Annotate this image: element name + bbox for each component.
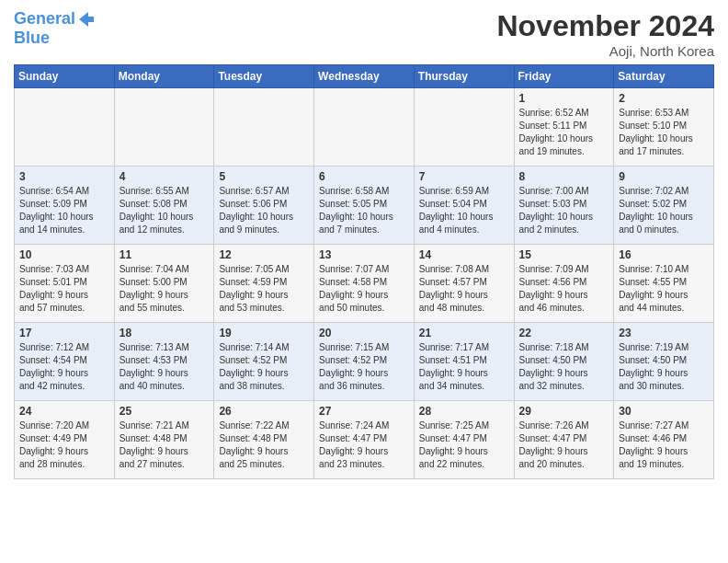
day-number: 26 — [219, 405, 309, 418]
calendar-cell: 29Sunrise: 7:26 AM Sunset: 4:47 PM Dayli… — [514, 401, 614, 479]
day-number: 18 — [119, 327, 210, 339]
day-number: 19 — [219, 327, 309, 339]
day-number: 15 — [519, 248, 609, 261]
weekday-header-saturday: Saturday — [614, 65, 714, 88]
day-info: Sunrise: 7:12 AM Sunset: 4:54 PM Dayligh… — [19, 341, 109, 393]
title-section: November 2024 Aoji, North Korea — [496, 9, 714, 59]
day-info: Sunrise: 7:08 AM Sunset: 4:57 PM Dayligh… — [419, 263, 509, 315]
calendar-week-row: 17Sunrise: 7:12 AM Sunset: 4:54 PM Dayli… — [15, 323, 714, 401]
day-info: Sunrise: 6:53 AM Sunset: 5:10 PM Dayligh… — [619, 107, 709, 158]
logo-text: General — [14, 10, 75, 29]
day-info: Sunrise: 7:21 AM Sunset: 4:48 PM Dayligh… — [119, 419, 210, 471]
calendar-cell — [414, 88, 514, 167]
weekday-header-thursday: Thursday — [414, 65, 514, 88]
location: Aoji, North Korea — [496, 43, 714, 59]
calendar-cell: 5Sunrise: 6:57 AM Sunset: 5:06 PM Daylig… — [214, 167, 314, 245]
calendar-cell: 26Sunrise: 7:22 AM Sunset: 4:48 PM Dayli… — [214, 401, 314, 479]
calendar-cell: 25Sunrise: 7:21 AM Sunset: 4:48 PM Dayli… — [114, 401, 214, 479]
calendar-cell: 20Sunrise: 7:15 AM Sunset: 4:52 PM Dayli… — [314, 323, 415, 401]
day-info: Sunrise: 7:04 AM Sunset: 5:00 PM Dayligh… — [119, 263, 210, 315]
day-number: 24 — [19, 405, 109, 418]
day-info: Sunrise: 7:27 AM Sunset: 4:46 PM Dayligh… — [619, 419, 709, 471]
day-info: Sunrise: 7:02 AM Sunset: 5:02 PM Dayligh… — [619, 185, 709, 236]
calendar-cell: 13Sunrise: 7:07 AM Sunset: 4:58 PM Dayli… — [314, 245, 415, 323]
day-number: 17 — [19, 327, 109, 339]
calendar-cell: 14Sunrise: 7:08 AM Sunset: 4:57 PM Dayli… — [414, 245, 514, 323]
day-info: Sunrise: 7:00 AM Sunset: 5:03 PM Dayligh… — [519, 185, 609, 236]
day-number: 30 — [619, 405, 709, 418]
day-number: 28 — [419, 405, 509, 418]
calendar-cell: 18Sunrise: 7:13 AM Sunset: 4:53 PM Dayli… — [114, 323, 214, 401]
day-info: Sunrise: 7:07 AM Sunset: 4:58 PM Dayligh… — [319, 263, 409, 315]
day-number: 11 — [119, 248, 210, 261]
day-number: 25 — [119, 405, 210, 418]
calendar-cell: 7Sunrise: 6:59 AM Sunset: 5:04 PM Daylig… — [414, 167, 514, 245]
logo-blue-text: Blue — [14, 29, 96, 48]
calendar-cell: 22Sunrise: 7:18 AM Sunset: 4:50 PM Dayli… — [514, 323, 614, 401]
calendar-week-row: 24Sunrise: 7:20 AM Sunset: 4:49 PM Dayli… — [15, 401, 714, 479]
day-info: Sunrise: 6:58 AM Sunset: 5:05 PM Dayligh… — [319, 185, 409, 236]
calendar-cell: 8Sunrise: 7:00 AM Sunset: 5:03 PM Daylig… — [514, 167, 614, 245]
calendar-table: SundayMondayTuesdayWednesdayThursdayFrid… — [14, 64, 714, 479]
logo: General Blue — [14, 9, 96, 48]
header: General Blue November 2024 Aoji, North K… — [14, 9, 714, 59]
day-number: 20 — [319, 327, 409, 339]
calendar-cell: 6Sunrise: 6:58 AM Sunset: 5:05 PM Daylig… — [314, 167, 415, 245]
calendar-cell — [314, 88, 415, 167]
calendar-cell: 11Sunrise: 7:04 AM Sunset: 5:00 PM Dayli… — [114, 245, 214, 323]
day-info: Sunrise: 7:17 AM Sunset: 4:51 PM Dayligh… — [419, 341, 509, 393]
weekday-header-wednesday: Wednesday — [314, 65, 415, 88]
day-number: 7 — [419, 170, 509, 183]
calendar-cell: 12Sunrise: 7:05 AM Sunset: 4:59 PM Dayli… — [214, 245, 314, 323]
calendar-cell: 2Sunrise: 6:53 AM Sunset: 5:10 PM Daylig… — [614, 88, 714, 167]
day-info: Sunrise: 7:22 AM Sunset: 4:48 PM Dayligh… — [219, 419, 309, 471]
day-info: Sunrise: 7:18 AM Sunset: 4:50 PM Dayligh… — [519, 341, 609, 393]
day-info: Sunrise: 7:24 AM Sunset: 4:47 PM Dayligh… — [319, 419, 409, 471]
day-number: 4 — [119, 170, 210, 183]
day-info: Sunrise: 7:10 AM Sunset: 4:55 PM Dayligh… — [619, 263, 709, 315]
day-info: Sunrise: 6:55 AM Sunset: 5:08 PM Dayligh… — [119, 185, 210, 236]
calendar-week-row: 3Sunrise: 6:54 AM Sunset: 5:09 PM Daylig… — [15, 167, 714, 245]
calendar-cell: 19Sunrise: 7:14 AM Sunset: 4:52 PM Dayli… — [214, 323, 314, 401]
day-info: Sunrise: 7:26 AM Sunset: 4:47 PM Dayligh… — [519, 419, 609, 471]
calendar-cell: 1Sunrise: 6:52 AM Sunset: 5:11 PM Daylig… — [514, 88, 614, 167]
day-info: Sunrise: 7:19 AM Sunset: 4:50 PM Dayligh… — [619, 341, 709, 393]
calendar-cell: 30Sunrise: 7:27 AM Sunset: 4:46 PM Dayli… — [614, 401, 714, 479]
day-info: Sunrise: 6:54 AM Sunset: 5:09 PM Dayligh… — [19, 185, 109, 236]
day-number: 14 — [419, 248, 509, 261]
calendar-cell: 15Sunrise: 7:09 AM Sunset: 4:56 PM Dayli… — [514, 245, 614, 323]
day-number: 3 — [19, 170, 109, 183]
calendar-cell — [214, 88, 314, 167]
calendar-cell: 27Sunrise: 7:24 AM Sunset: 4:47 PM Dayli… — [314, 401, 415, 479]
logo-icon — [75, 9, 96, 29]
calendar-body: 1Sunrise: 6:52 AM Sunset: 5:11 PM Daylig… — [15, 88, 714, 479]
weekday-header-row: SundayMondayTuesdayWednesdayThursdayFrid… — [15, 65, 714, 88]
calendar-cell: 23Sunrise: 7:19 AM Sunset: 4:50 PM Dayli… — [614, 323, 714, 401]
day-info: Sunrise: 7:25 AM Sunset: 4:47 PM Dayligh… — [419, 419, 509, 471]
weekday-header-tuesday: Tuesday — [214, 65, 314, 88]
calendar-cell: 21Sunrise: 7:17 AM Sunset: 4:51 PM Dayli… — [414, 323, 514, 401]
day-number: 9 — [619, 170, 709, 183]
day-info: Sunrise: 7:15 AM Sunset: 4:52 PM Dayligh… — [319, 341, 409, 393]
calendar-page: General Blue November 2024 Aoji, North K… — [0, 0, 728, 488]
calendar-cell: 10Sunrise: 7:03 AM Sunset: 5:01 PM Dayli… — [15, 245, 115, 323]
weekday-header-monday: Monday — [114, 65, 214, 88]
day-info: Sunrise: 7:09 AM Sunset: 4:56 PM Dayligh… — [519, 263, 609, 315]
day-info: Sunrise: 6:52 AM Sunset: 5:11 PM Dayligh… — [519, 107, 609, 158]
calendar-cell: 9Sunrise: 7:02 AM Sunset: 5:02 PM Daylig… — [614, 167, 714, 245]
day-info: Sunrise: 7:03 AM Sunset: 5:01 PM Dayligh… — [19, 263, 109, 315]
day-number: 13 — [319, 248, 409, 261]
day-number: 2 — [619, 92, 709, 105]
day-number: 27 — [319, 405, 409, 418]
svg-marker-0 — [79, 12, 94, 27]
calendar-cell: 16Sunrise: 7:10 AM Sunset: 4:55 PM Dayli… — [614, 245, 714, 323]
day-number: 29 — [519, 405, 609, 418]
calendar-cell: 3Sunrise: 6:54 AM Sunset: 5:09 PM Daylig… — [15, 167, 115, 245]
day-number: 1 — [519, 92, 609, 105]
calendar-cell: 28Sunrise: 7:25 AM Sunset: 4:47 PM Dayli… — [414, 401, 514, 479]
day-number: 8 — [519, 170, 609, 183]
calendar-cell: 24Sunrise: 7:20 AM Sunset: 4:49 PM Dayli… — [15, 401, 115, 479]
day-info: Sunrise: 6:57 AM Sunset: 5:06 PM Dayligh… — [219, 185, 309, 236]
day-number: 5 — [219, 170, 309, 183]
day-number: 12 — [219, 248, 309, 261]
